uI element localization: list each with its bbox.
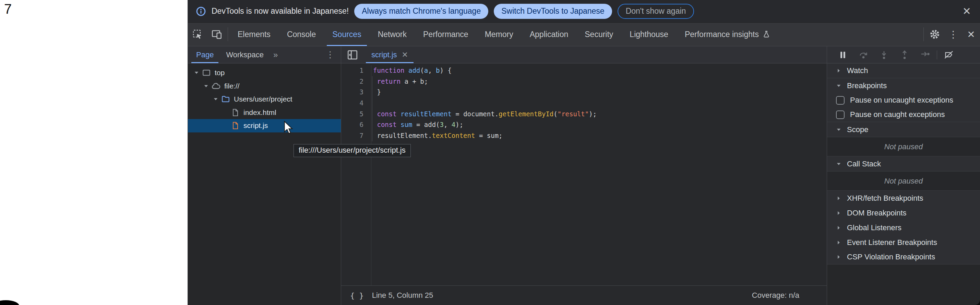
tree-item-top[interactable]: top xyxy=(188,66,341,80)
tree-item-file-[interactable]: file:// xyxy=(188,80,341,93)
caret-down-icon[interactable] xyxy=(212,97,220,102)
tab-close-icon[interactable]: ✕ xyxy=(402,50,408,59)
pretty-print-icon[interactable]: { } xyxy=(350,291,364,300)
toolbar-divider xyxy=(228,27,228,41)
devtools-toolbar: ElementsConsoleSourcesNetworkPerformance… xyxy=(188,22,980,46)
code-line-4[interactable] xyxy=(373,98,827,109)
toolbar-divider xyxy=(923,27,924,41)
section-global-listeners[interactable]: Global Listeners xyxy=(827,220,980,235)
devtools-close-icon[interactable]: ✕ xyxy=(962,22,980,46)
code-content[interactable]: function add(a, b) { return a + b; } con… xyxy=(371,65,827,286)
folder-icon xyxy=(221,95,231,104)
step-icon[interactable] xyxy=(916,50,934,60)
pause-caught-checkbox[interactable] xyxy=(836,110,845,119)
tree-item-label: top xyxy=(215,69,224,77)
section-watch[interactable]: Watch xyxy=(827,64,980,78)
pause-uncaught-exceptions-row: Pause on uncaught exceptions xyxy=(827,93,980,107)
line-number[interactable]: 7 xyxy=(341,130,371,141)
call-stack-not-paused-message: Not paused xyxy=(827,172,980,191)
pause-script-icon[interactable] xyxy=(834,50,852,60)
frame-icon xyxy=(202,68,211,77)
cloud-icon xyxy=(211,81,221,91)
devtools-window: DevTools is now available in Japanese! A… xyxy=(188,0,980,305)
navigator-pane: Page Workspace » ⋮ topfile://Users/user/… xyxy=(188,46,341,305)
tab-performance[interactable]: Performance xyxy=(415,22,477,46)
navigator-tab-page[interactable]: Page xyxy=(190,46,220,63)
inspect-element-icon[interactable] xyxy=(188,22,207,46)
caret-down-icon[interactable] xyxy=(193,70,200,75)
tree-item-users-user-project[interactable]: Users/user/project xyxy=(188,93,341,106)
code-line-5[interactable]: const resultElement = document.getElemen… xyxy=(373,109,827,120)
tree-item-script-js[interactable]: script.js xyxy=(188,119,341,133)
code-line-1[interactable]: function add(a, b) { xyxy=(373,65,827,76)
coverage-text: Coverage: n/a xyxy=(752,291,827,300)
cursor-position-text: Line 5, Column 25 xyxy=(372,291,433,300)
navigator-tab-workspace[interactable]: Workspace xyxy=(220,46,270,63)
section-xhr-fetch-breakpoints[interactable]: XHR/fetch Breakpoints xyxy=(827,191,980,206)
file-icon xyxy=(231,109,240,117)
infobar: DevTools is now available in Japanese! A… xyxy=(188,0,980,22)
tab-application[interactable]: Application xyxy=(522,22,577,46)
section-breakpoints[interactable]: Breakpoints xyxy=(827,78,980,93)
dont-show-again-button[interactable]: Don't show again xyxy=(617,4,694,19)
more-options-kebab-icon[interactable]: ⋮ xyxy=(944,22,962,46)
caret-down-icon xyxy=(835,161,842,166)
scope-not-paused-message: Not paused xyxy=(827,137,980,156)
deactivate-breakpoints-icon[interactable] xyxy=(940,50,958,60)
navigator-overflow-icon[interactable]: » xyxy=(270,50,281,60)
line-number[interactable]: 3 xyxy=(341,87,371,98)
section-scope[interactable]: Scope xyxy=(827,122,980,137)
step-into-icon[interactable] xyxy=(875,50,893,60)
open-file-tab-script-js[interactable]: script.js ✕ xyxy=(368,46,412,63)
code-line-6[interactable]: const sum = add(3, 4); xyxy=(373,120,827,130)
settings-gear-icon[interactable] xyxy=(925,22,944,46)
file-js-icon xyxy=(231,121,240,130)
line-number[interactable]: 6 xyxy=(341,120,371,130)
pause-uncaught-checkbox[interactable] xyxy=(836,96,845,105)
editor-tab-strip: script.js ✕ xyxy=(341,46,827,64)
tab-sources[interactable]: Sources xyxy=(324,22,369,46)
line-number-gutter[interactable]: 1234567 xyxy=(341,65,371,286)
line-number[interactable]: 2 xyxy=(341,76,371,87)
panel-tabs: ElementsConsoleSourcesNetworkPerformance… xyxy=(229,22,779,46)
caret-right-icon xyxy=(835,225,842,230)
line-number[interactable]: 5 xyxy=(341,109,371,120)
tree-item-index-html[interactable]: index.html xyxy=(188,106,341,120)
infobar-message: DevTools is now available in Japanese! xyxy=(212,6,349,16)
tab-console[interactable]: Console xyxy=(279,22,324,46)
code-editor[interactable]: 1234567 function add(a, b) { return a + … xyxy=(341,64,827,286)
step-over-icon[interactable] xyxy=(854,50,872,60)
section-event-listener-breakpoints[interactable]: Event Listener Breakpoints xyxy=(827,235,980,250)
caret-down-icon[interactable] xyxy=(202,84,210,88)
infobar-close-icon[interactable]: ✕ xyxy=(963,6,971,16)
switch-to-japanese-button[interactable]: Switch DevTools to Japanese xyxy=(494,4,612,19)
code-line-3[interactable]: } xyxy=(373,87,827,98)
caret-right-icon xyxy=(835,211,842,216)
tab-elements[interactable]: Elements xyxy=(229,22,279,46)
debugger-sidebar: Watch Breakpoints Pause on uncaught exce… xyxy=(827,46,980,305)
step-out-icon[interactable] xyxy=(896,50,913,60)
code-line-7[interactable]: resultElement.textContent = sum; xyxy=(373,130,827,141)
file-tree: topfile://Users/user/projectindex.htmlsc… xyxy=(188,64,341,133)
tab-security[interactable]: Security xyxy=(576,22,621,46)
tab-memory[interactable]: Memory xyxy=(477,22,522,46)
caret-right-icon xyxy=(835,255,842,259)
tab-performance-insights[interactable]: Performance insights xyxy=(676,22,779,46)
always-match-language-button[interactable]: Always match Chrome's language xyxy=(354,4,488,19)
line-number[interactable]: 4 xyxy=(341,98,371,109)
device-toolbar-icon[interactable] xyxy=(207,22,226,46)
caret-right-icon xyxy=(835,196,842,201)
debugger-toolbar-divider xyxy=(937,50,937,59)
code-line-2[interactable]: return a + b; xyxy=(373,76,827,87)
collapsed-breakpoint-sections: XHR/fetch BreakpointsDOM BreakpointsGlob… xyxy=(827,191,980,265)
caret-right-icon xyxy=(835,240,842,245)
line-number[interactable]: 1 xyxy=(341,65,371,76)
tab-lighthouse[interactable]: Lighthouse xyxy=(621,22,676,46)
section-call-stack[interactable]: Call Stack xyxy=(827,156,980,172)
section-dom-breakpoints[interactable]: DOM Breakpoints xyxy=(827,206,980,220)
navigator-more-kebab-icon[interactable]: ⋮ xyxy=(326,50,341,60)
caret-down-icon xyxy=(835,83,842,88)
section-csp-violation-breakpoints[interactable]: CSP Violation Breakpoints xyxy=(827,250,980,265)
collapse-navigator-icon[interactable] xyxy=(347,49,358,61)
tab-network[interactable]: Network xyxy=(370,22,415,46)
